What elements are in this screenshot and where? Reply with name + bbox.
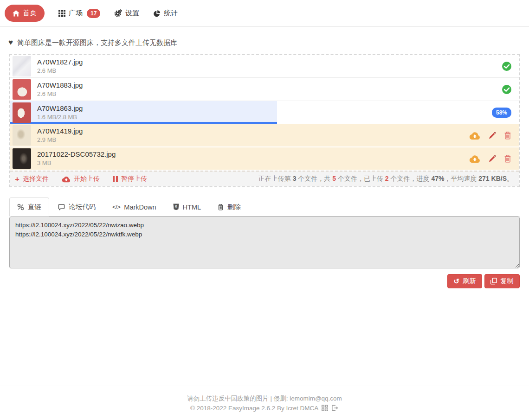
check-icon [502, 85, 511, 94]
trash-icon [218, 204, 224, 210]
upload-status-text: 正在上传第 3 个文件，共 5 个文件，已上传 2 个文件，进度 47%，平均速… [258, 175, 513, 183]
code-icon: </> [112, 204, 120, 210]
pause-upload-label: 暂停上传 [121, 175, 147, 183]
file-name: 20171022-DSC05732.jpg [37, 150, 116, 159]
nav-settings-label: 设置 [125, 9, 139, 18]
file-name: A70W1419.jpg [37, 127, 83, 136]
file-name: A70W1883.jpg [37, 81, 83, 90]
file-thumbnail [13, 125, 31, 146]
trash-icon[interactable] [504, 154, 511, 163]
file-size: 1.6 MB/2.8 MB [37, 113, 83, 121]
result-actions: ↺ 刷新 复制 [9, 274, 520, 288]
nav-item-home[interactable]: 首页 [5, 5, 45, 22]
start-upload-button[interactable]: 开始上传 [62, 175, 100, 183]
file-name: A70W1827.jpg [37, 57, 83, 67]
tab-forum-label: 论坛代码 [69, 203, 96, 211]
footer-copyright-line: © 2018-2022 EasyImage 2.6.2 By Icret DMC… [0, 404, 529, 414]
nav-stats-label: 统计 [164, 9, 178, 18]
intro-text: 简单图床是一款开源图床，支持多文件上传无数据库 [17, 38, 177, 47]
logout-icon[interactable] [332, 405, 339, 411]
links-textarea[interactable]: https://i2.100024.xyz/2022/05/22/nwizao.… [9, 216, 520, 268]
tab-direct-link[interactable]: 直链 [9, 197, 49, 216]
file-size: 2.9 MB [37, 136, 83, 144]
upload-dropzone[interactable]: A70W1827.jpg 2.6 MB A70W1883.jpg 2.6 MB [9, 54, 520, 187]
qrcode-icon[interactable] [322, 405, 328, 411]
nav-item-settings[interactable]: 设置 [114, 9, 139, 18]
tab-delete[interactable]: 删除 [210, 197, 249, 216]
plus-icon: + [15, 175, 19, 183]
refresh-icon: ↺ [453, 278, 459, 285]
copy-button[interactable]: 复制 [484, 274, 520, 288]
file-row: A70W1827.jpg 2.6 MB [10, 55, 519, 78]
file-name: A70W1863.jpg [37, 104, 83, 113]
copy-icon [490, 278, 497, 285]
pie-chart-icon [153, 10, 161, 17]
page: 首页 广场 17 设置 [0, 0, 529, 420]
trash-icon[interactable] [504, 131, 511, 140]
cloud-upload-icon [62, 176, 71, 183]
gears-icon [114, 9, 122, 17]
file-thumbnail [13, 102, 31, 123]
file-thumbnail [13, 148, 31, 169]
start-upload-label: 开始上传 [74, 175, 100, 183]
copy-label: 复制 [500, 277, 514, 286]
file-size: 3 MB [37, 159, 116, 167]
tab-delete-label: 删除 [227, 203, 241, 211]
page-footer: 请勿上传违反中国政策的图片 | 侵删: lemomim@qq.com © 201… [0, 386, 529, 420]
check-icon [502, 62, 511, 71]
link-icon [17, 204, 24, 210]
navbar: 首页 广场 17 设置 [0, 0, 529, 27]
tab-html-label: HTML [183, 204, 201, 211]
link-format-tabs: 直链 论坛代码 </> MarkDown 5 HTML 删除 [9, 197, 520, 216]
select-files-label: 选择文件 [23, 175, 49, 183]
upload-toolbar: + 选择文件 开始上传 暂停上传 正在上传第 3 个文件，共 5 个文件，已上传… [10, 171, 519, 186]
file-size: 2.6 MB [37, 67, 83, 75]
tab-forum-code[interactable]: 论坛代码 [50, 197, 103, 216]
select-files-button[interactable]: + 选择文件 [15, 175, 49, 183]
svg-text:5: 5 [175, 204, 177, 209]
plaza-count-badge: 17 [87, 9, 100, 18]
pencil-icon[interactable] [488, 132, 496, 140]
nav-item-plaza[interactable]: 广场 17 [58, 9, 100, 18]
pause-icon [113, 176, 118, 182]
html5-icon: 5 [173, 204, 179, 210]
cloud-upload-icon[interactable] [469, 154, 480, 163]
footer-policy-line: 请勿上传违反中国政策的图片 | 侵删: lemomim@qq.com [0, 394, 529, 404]
file-row: A70W1883.jpg 2.6 MB [10, 78, 519, 101]
heart-icon: ♥ [8, 38, 13, 47]
comment-icon [58, 204, 65, 210]
pause-upload-button[interactable]: 暂停上传 [113, 175, 147, 183]
pencil-icon[interactable] [488, 155, 496, 163]
refresh-button[interactable]: ↺ 刷新 [447, 274, 482, 288]
nav-home-label: 首页 [23, 9, 37, 18]
intro-line: ♥ 简单图床是一款开源图床，支持多文件上传无数据库 [8, 38, 529, 47]
nav-plaza-label: 广场 [69, 9, 83, 18]
tab-direct-label: 直链 [28, 203, 41, 211]
progress-percent-badge: 58% [492, 108, 511, 118]
tab-markdown-label: MarkDown [124, 204, 156, 211]
tab-markdown[interactable]: </> MarkDown [104, 197, 164, 216]
grid-icon [58, 10, 65, 17]
file-row-pending: 20171022-DSC05732.jpg 3 MB [10, 147, 519, 171]
home-icon [13, 10, 19, 17]
file-size: 2.6 MB [37, 90, 83, 98]
file-thumbnail [13, 79, 31, 100]
refresh-label: 刷新 [463, 277, 476, 286]
tab-html[interactable]: 5 HTML [165, 197, 209, 216]
file-row-uploading: A70W1863.jpg 1.6 MB/2.8 MB 58% [10, 101, 519, 124]
cloud-upload-icon[interactable] [469, 131, 480, 140]
file-row-pending: A70W1419.jpg 2.9 MB [10, 124, 519, 147]
file-thumbnail [13, 56, 31, 76]
nav-item-stats[interactable]: 统计 [153, 9, 178, 18]
